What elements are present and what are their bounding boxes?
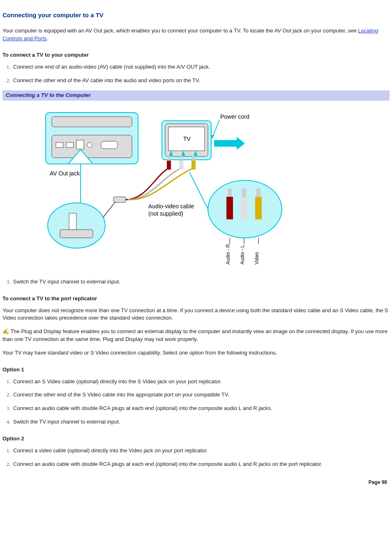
section1-heading: To connect a TV to your computer: [2, 51, 390, 59]
svg-rect-5: [76, 140, 84, 149]
section2-note: ✍ The Plug and Display feature enables y…: [2, 328, 390, 343]
note-icon: ✍: [2, 328, 9, 334]
audio-l-label: Audio - L: [240, 244, 245, 264]
page-number: Page 98: [369, 479, 387, 486]
svg-rect-23: [191, 161, 196, 170]
svg-line-18: [103, 202, 115, 217]
section2-note-text: The Plug and Display feature enables you…: [2, 328, 387, 342]
list-item: Connect an S Video cable (optional) dire…: [12, 378, 390, 386]
intro-text-post: .: [47, 35, 48, 41]
svg-rect-16: [69, 213, 76, 230]
list-item: Switch the TV input channel to external …: [12, 418, 390, 426]
connection-diagram: AV Out jack TV Power cord: [44, 106, 307, 271]
av-cable-label-2: (not supplied): [148, 210, 183, 217]
svg-marker-13: [214, 137, 245, 150]
section1-steps-after: Switch the TV input channel to external …: [12, 278, 390, 286]
svg-rect-4: [66, 143, 74, 147]
svg-rect-32: [242, 189, 246, 197]
option1-heading: Option 1: [2, 366, 390, 374]
list-item: Connect an audio cable with double RCA p…: [12, 405, 390, 412]
svg-rect-2: [52, 135, 132, 158]
list-item: Connect the other end of the AV cable in…: [12, 77, 390, 85]
video-label: Video: [254, 252, 260, 265]
section2-heading: To connect a TV to the port replicator: [2, 295, 390, 303]
figure-title-bar: Connecting a TV to the Computer: [2, 90, 390, 101]
option1-steps: Connect an S Video cable (optional) dire…: [12, 378, 390, 426]
svg-rect-33: [255, 197, 262, 219]
power-cord-label: Power cord: [220, 113, 249, 120]
intro-paragraph: Your computer is equipped with an AV Out…: [2, 27, 390, 43]
svg-rect-29: [226, 197, 233, 219]
section1-steps-list: Connect one end of an audio-video (AV) c…: [12, 63, 390, 85]
svg-rect-31: [241, 197, 247, 219]
svg-rect-15: [60, 230, 93, 238]
svg-rect-34: [256, 189, 261, 197]
svg-rect-24: [192, 156, 195, 161]
option2-steps: Connect a video cable (optional) directl…: [12, 447, 390, 468]
svg-rect-21: [179, 161, 183, 170]
section2-para1: Your computer does not recognize more th…: [2, 307, 390, 322]
list-item: Connect one end of an audio-video (AV) c…: [12, 63, 390, 71]
page-title: Connecting your computer to a TV: [2, 11, 390, 20]
svg-rect-20: [168, 156, 170, 161]
svg-rect-3: [56, 143, 63, 147]
svg-point-6: [87, 143, 92, 147]
list-item: Switch the TV input channel to external …: [12, 278, 390, 286]
svg-rect-1: [52, 117, 132, 127]
av-cable-label-1: Audio-video cable: [148, 203, 194, 210]
list-item: Connect the other end of the S Video cab…: [12, 391, 390, 399]
list-item: Connect a video cable (optional) directl…: [12, 447, 390, 455]
list-item: Connect an audio cable with double RCA p…: [12, 461, 390, 468]
audio-r-label: Audio - R: [225, 244, 231, 264]
option2-heading: Option 2: [2, 435, 390, 443]
section2-para2: Your TV may have standard video or S Vid…: [2, 349, 390, 357]
av-out-label: AV Out jack: [50, 170, 80, 177]
svg-rect-7: [101, 141, 118, 149]
svg-rect-30: [228, 189, 232, 197]
svg-rect-22: [180, 156, 182, 161]
intro-text-pre: Your computer is equipped with an AV Out…: [2, 28, 358, 34]
svg-rect-19: [167, 161, 171, 170]
tv-label: TV: [183, 136, 191, 142]
